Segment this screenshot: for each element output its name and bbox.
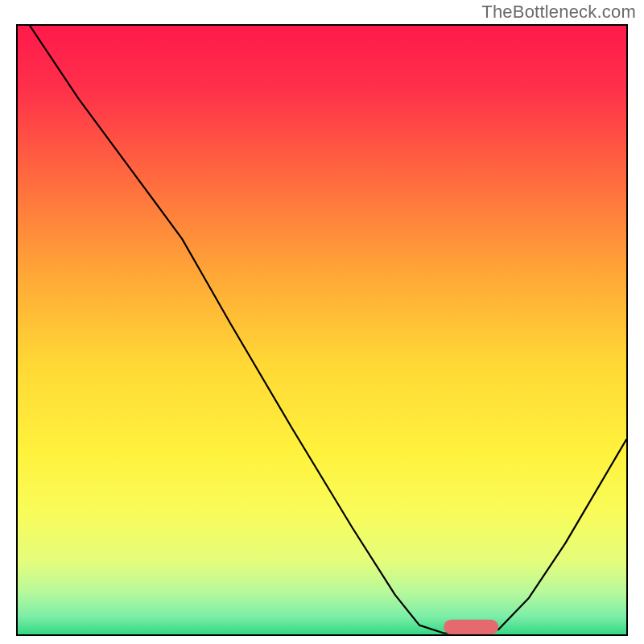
watermark-text: TheBottleneck.com [481, 2, 636, 23]
chart-frame [16, 24, 628, 636]
optimal-highlight-marker [444, 620, 498, 634]
chart-marker-layer [18, 26, 626, 634]
